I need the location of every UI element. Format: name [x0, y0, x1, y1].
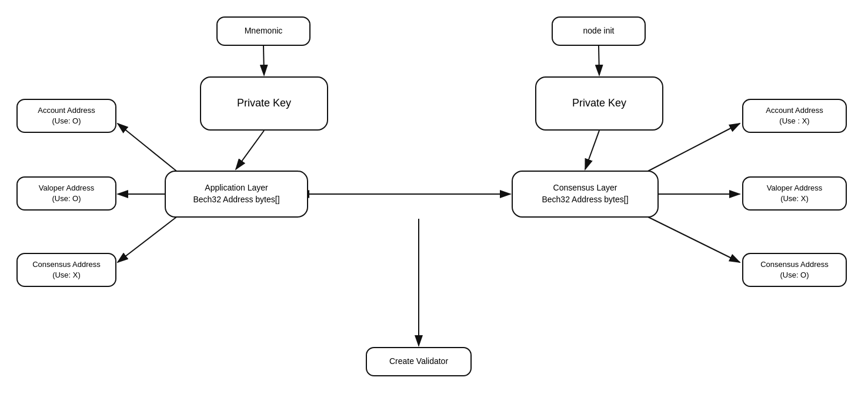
left-consensus-node: Consensus Address (Use: X) [16, 253, 116, 287]
node-init-label: node init [583, 25, 615, 37]
right-valoper-node: Valoper Address (Use: X) [742, 176, 847, 211]
left-valoper-label: Valoper Address (Use: O) [39, 183, 94, 204]
create-validator-node: Create Validator [366, 347, 472, 376]
svg-line-11 [645, 215, 740, 262]
app-layer-label: Application Layer Bech32 Address bytes[] [193, 182, 279, 205]
svg-line-5 [585, 131, 599, 169]
svg-line-2 [263, 46, 264, 75]
svg-line-3 [236, 131, 264, 169]
left-account-node: Account Address (Use: O) [16, 99, 116, 133]
app-layer-node: Application Layer Bech32 Address bytes[] [165, 171, 308, 218]
left-private-key-label: Private Key [237, 96, 291, 111]
left-consensus-label: Consensus Address (Use: X) [32, 259, 101, 281]
right-private-key-label: Private Key [572, 96, 626, 111]
right-account-label: Account Address (Use : X) [766, 105, 823, 126]
svg-line-4 [599, 46, 599, 75]
svg-line-8 [118, 215, 179, 262]
node-init-node: node init [552, 16, 646, 46]
right-private-key-node: Private Key [535, 76, 663, 131]
mnemonic-node: Mnemonic [216, 16, 311, 46]
consensus-layer-label: Consensus Layer Bech32 Address bytes[] [542, 182, 628, 205]
right-valoper-label: Valoper Address (Use: X) [767, 183, 822, 204]
right-account-node: Account Address (Use : X) [742, 99, 847, 133]
consensus-layer-node: Consensus Layer Bech32 Address bytes[] [512, 171, 659, 218]
mnemonic-label: Mnemonic [245, 25, 283, 37]
left-account-label: Account Address (Use: O) [38, 105, 95, 126]
arrows-layer [0, 0, 868, 404]
create-validator-label: Create Validator [389, 356, 448, 368]
svg-line-6 [118, 123, 179, 173]
svg-line-9 [645, 123, 740, 173]
left-valoper-node: Valoper Address (Use: O) [16, 176, 116, 211]
right-consensus-node: Consensus Address (Use: O) [742, 253, 847, 287]
left-private-key-node: Private Key [200, 76, 328, 131]
right-consensus-label: Consensus Address (Use: O) [760, 259, 829, 281]
diagram: Mnemonic Private Key node init Private K… [0, 0, 868, 404]
